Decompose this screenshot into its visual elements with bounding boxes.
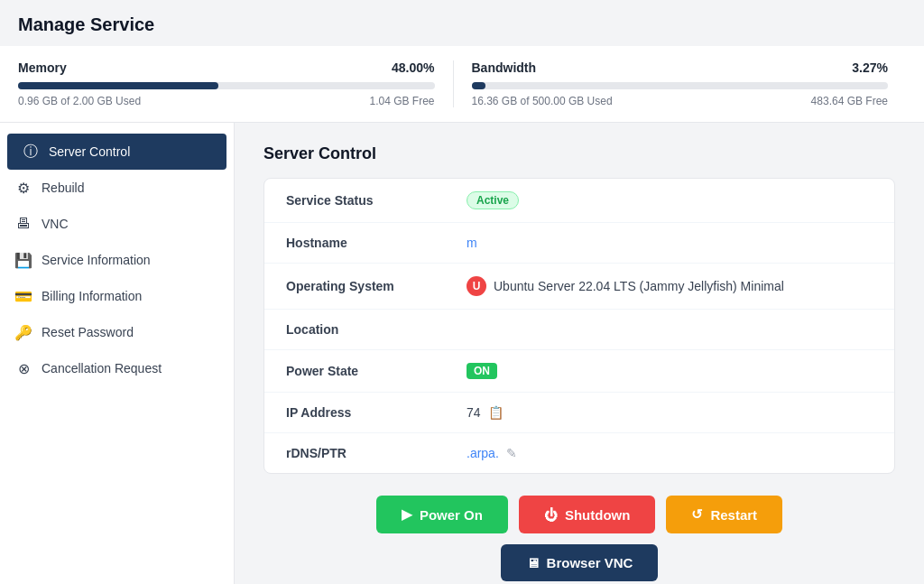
- row-value: m: [467, 236, 873, 250]
- row-key: Power State: [286, 364, 467, 378]
- monitor-icon: 🖥: [526, 555, 540, 570]
- sidebar-item-label-server-control: Server Control: [49, 144, 130, 159]
- shutdown-button[interactable]: ⏻ Shutdown: [519, 496, 655, 533]
- vnc-icon: 🖶: [14, 215, 32, 233]
- table-row: Service StatusActive: [264, 179, 894, 223]
- stat-label: Bandwidth: [472, 60, 537, 75]
- table-row: IP Address 74 📋: [264, 393, 894, 433]
- sidebar-item-rebuild[interactable]: ⚙Rebuild: [0, 170, 234, 206]
- table-row: rDNS/PTR .arpa. ✎: [264, 433, 894, 473]
- sidebar-item-vnc[interactable]: 🖶VNC: [0, 206, 234, 242]
- info-table: Service StatusActiveHostnamemOperating S…: [263, 178, 895, 474]
- restart-button[interactable]: ↺ Restart: [666, 496, 782, 533]
- sidebar-item-label-rebuild: Rebuild: [42, 181, 84, 195]
- restart-label: Restart: [710, 507, 757, 523]
- rebuild-icon: ⚙: [14, 179, 32, 197]
- sidebar-item-billing-information[interactable]: 💳Billing Information: [0, 278, 234, 314]
- stat-card-bandwidth: Bandwidth 3.27% 16.36 GB of 500.00 GB Us…: [453, 60, 907, 107]
- power-state-badge: ON: [467, 363, 497, 379]
- row-key: Hostname: [286, 236, 467, 250]
- shutdown-icon: ⏻: [544, 507, 558, 523]
- stat-header: Bandwidth 3.27%: [472, 60, 889, 75]
- cancellation-request-icon: ⊗: [14, 359, 32, 377]
- stat-footer: 16.36 GB of 500.00 GB Used 483.64 GB Fre…: [472, 95, 889, 107]
- sidebar-item-label-billing-information: Billing Information: [42, 289, 142, 303]
- billing-information-icon: 💳: [14, 287, 32, 305]
- stat-used: 16.36 GB of 500.00 GB Used: [472, 95, 613, 107]
- play-icon: ▶: [402, 506, 412, 523]
- stat-card-memory: Memory 48.00% 0.96 GB of 2.00 GB Used 1.…: [18, 60, 453, 107]
- shutdown-label: Shutdown: [565, 507, 630, 523]
- stat-free: 1.04 GB Free: [369, 95, 434, 107]
- ip-address-value: 74: [467, 405, 481, 420]
- browser-vnc-row: 🖥 Browser VNC: [263, 544, 895, 581]
- table-row: Hostnamem: [264, 223, 894, 264]
- os-name: Ubuntu Server 22.04 LTS (Jammy Jellyfish…: [494, 279, 784, 293]
- os-icon: U: [467, 276, 486, 296]
- actions-row: ▶ Power On ⏻ Shutdown ↺ Restart: [263, 496, 895, 533]
- stat-label: Memory: [18, 60, 67, 75]
- stats-bar: Memory 48.00% 0.96 GB of 2.00 GB Used 1.…: [0, 46, 924, 123]
- page-wrapper: Manage Service Memory 48.00% 0.96 GB of …: [0, 0, 924, 584]
- main-content: ⓘServer Control⚙Rebuild🖶VNC💾Service Info…: [0, 123, 924, 584]
- row-key: rDNS/PTR: [286, 446, 467, 460]
- sidebar-item-server-control[interactable]: ⓘServer Control: [7, 134, 226, 170]
- row-value: U Ubuntu Server 22.04 LTS (Jammy Jellyfi…: [467, 276, 873, 296]
- row-key: IP Address: [286, 405, 467, 420]
- page-title: Manage Service: [0, 0, 924, 46]
- table-row: Power StateON: [264, 350, 894, 393]
- service-information-icon: 💾: [14, 251, 32, 269]
- sidebar-item-label-reset-password: Reset Password: [42, 325, 134, 339]
- sidebar-item-reset-password[interactable]: 🔑Reset Password: [0, 314, 234, 350]
- reset-password-icon: 🔑: [14, 323, 32, 341]
- stat-footer: 0.96 GB of 2.00 GB Used 1.04 GB Free: [18, 95, 435, 107]
- browser-vnc-button[interactable]: 🖥 Browser VNC: [501, 544, 659, 581]
- row-key: Location: [286, 322, 467, 337]
- row-key: Service Status: [286, 193, 467, 208]
- progress-track: [18, 82, 435, 89]
- restart-icon: ↺: [691, 506, 703, 523]
- stat-free: 483.64 GB Free: [811, 95, 888, 107]
- row-value: ON: [467, 363, 873, 379]
- sidebar-item-label-service-information: Service Information: [42, 253, 151, 267]
- row-value: .arpa. ✎: [467, 446, 873, 460]
- progress-fill: [472, 82, 485, 89]
- sidebar-item-service-information[interactable]: 💾Service Information: [0, 242, 234, 278]
- copy-icon[interactable]: 📋: [488, 405, 504, 420]
- stat-percent: 48.00%: [392, 60, 434, 75]
- power-on-button[interactable]: ▶ Power On: [376, 496, 508, 533]
- stat-header: Memory 48.00%: [18, 60, 435, 75]
- progress-fill: [18, 82, 218, 89]
- sidebar-item-label-cancellation-request: Cancellation Request: [42, 361, 162, 375]
- hostname-link[interactable]: m: [467, 236, 477, 250]
- row-value: 74 📋: [467, 405, 873, 420]
- rdns-value: .arpa.: [467, 446, 499, 460]
- edit-icon[interactable]: ✎: [506, 446, 517, 460]
- row-key: Operating System: [286, 279, 467, 293]
- server-control-icon: ⓘ: [22, 143, 40, 161]
- sidebar: ⓘServer Control⚙Rebuild🖶VNC💾Service Info…: [0, 123, 235, 584]
- table-row: Operating System U Ubuntu Server 22.04 L…: [264, 264, 894, 310]
- stat-percent: 3.27%: [852, 60, 888, 75]
- row-value: Active: [467, 191, 873, 209]
- sidebar-item-label-vnc: VNC: [42, 217, 69, 231]
- status-badge: Active: [467, 191, 519, 209]
- section-heading: Server Control: [263, 144, 895, 163]
- sidebar-item-cancellation-request[interactable]: ⊗Cancellation Request: [0, 350, 234, 386]
- browser-vnc-label: Browser VNC: [547, 555, 633, 570]
- progress-track: [472, 82, 889, 89]
- content-area: Server Control Service StatusActiveHostn…: [235, 123, 924, 584]
- stat-used: 0.96 GB of 2.00 GB Used: [18, 95, 141, 107]
- table-row: Location: [264, 310, 894, 350]
- power-on-label: Power On: [420, 507, 483, 523]
